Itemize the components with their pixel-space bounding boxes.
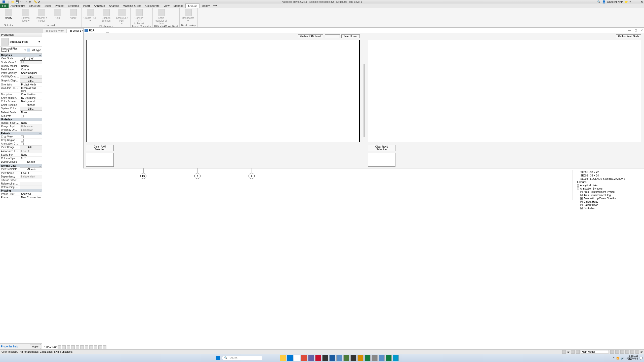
properties-header[interactable]: Properties xyxy=(0,33,42,37)
close-button[interactable]: ✕ xyxy=(641,0,643,4)
search-input[interactable] xyxy=(229,356,254,359)
tab-steel[interactable]: Steel xyxy=(43,4,53,8)
minimize-button[interactable]: — xyxy=(632,0,635,3)
pv-depth-clip[interactable]: No clip xyxy=(20,160,42,164)
collapse-icon[interactable]: − xyxy=(574,181,576,183)
pv-color-scheme[interactable]: <none> xyxy=(20,103,42,107)
pv-gfx-display[interactable]: Edit... xyxy=(20,79,42,83)
instance-name[interactable]: Structural Plan: Level 1 xyxy=(1,47,23,53)
taskbar-app-app3[interactable] xyxy=(336,355,342,361)
ram-grids-list[interactable] xyxy=(86,40,360,142)
favorite-icon[interactable]: ⭐ xyxy=(624,0,628,4)
panel-select-title[interactable]: Select ▾ xyxy=(2,24,15,27)
pv-title-sheet[interactable] xyxy=(20,178,42,182)
type-selector[interactable]: Structural Plan ▾ xyxy=(0,37,42,47)
apply-button[interactable]: Apply xyxy=(30,344,41,349)
tray-volume-icon[interactable]: 🔊 xyxy=(621,357,624,359)
taskbar-app-app4[interactable] xyxy=(343,355,349,361)
tab-analyze[interactable]: Analyze xyxy=(107,4,121,8)
show-crop-icon[interactable] xyxy=(85,345,88,349)
tree-node-analytical[interactable]: +Analytical Links xyxy=(573,184,642,187)
expand-icon[interactable]: + xyxy=(580,194,583,196)
sun-path-icon[interactable] xyxy=(67,345,70,349)
taskbar-app-settings[interactable] xyxy=(372,355,378,361)
pv-discipline[interactable]: Coordination xyxy=(20,93,42,96)
taskbar-app-autocad[interactable] xyxy=(315,355,321,361)
tab-massing[interactable]: Massing & Site xyxy=(121,4,143,8)
file-tab[interactable]: File xyxy=(0,4,9,8)
pv-crop-view[interactable] xyxy=(20,135,42,138)
tree-node-area-reinf-tag[interactable]: +Area Reinforcement Tag xyxy=(573,194,642,197)
view-scale-display[interactable]: 1/8" = 1'-0" xyxy=(44,346,57,349)
tree-node-se001[interactable]: SE001 - 30 X 42 xyxy=(573,171,642,174)
taskbar-app-edge[interactable] xyxy=(287,355,293,361)
pv-view-range[interactable]: Edit... xyxy=(20,146,42,149)
pv-wall-join[interactable]: Clean all wall joins xyxy=(20,86,42,93)
grid-bubble-1[interactable]: 1 xyxy=(249,173,255,179)
taskbar-app-teams[interactable] xyxy=(308,355,314,361)
taskbar-app-app2[interactable] xyxy=(322,355,328,361)
ribbon-overflow-icon[interactable]: ▫▫▾ xyxy=(213,4,217,7)
begin-transfer-button[interactable]: Begin transfer of data xyxy=(154,9,168,25)
restore-button[interactable]: ▢ xyxy=(637,0,639,4)
pv-range-base[interactable]: None xyxy=(20,121,42,124)
create-3d-pdf-button[interactable]: Create 3D PDF ▾ xyxy=(115,9,129,25)
pv-sun-path[interactable] xyxy=(20,114,42,118)
tab-annotate[interactable]: Annotate xyxy=(92,4,107,8)
editable-only-icon[interactable] xyxy=(571,350,575,354)
r2r-splitter[interactable] xyxy=(363,64,365,137)
tray-wifi-icon[interactable]: 📶 xyxy=(616,357,619,359)
create-pdf-button[interactable]: Create PDF ▾ xyxy=(83,9,97,22)
taskbar-app-app6[interactable] xyxy=(357,355,364,361)
tab-architecture[interactable]: Architecture xyxy=(9,4,27,8)
tree-node-centerline[interactable]: +Centerline xyxy=(573,207,642,210)
group-graphics[interactable]: Graphics xyxy=(0,54,42,57)
ram-level-input[interactable] xyxy=(325,34,340,38)
drag-elements-icon[interactable] xyxy=(630,350,634,354)
taskbar-app-app7[interactable] xyxy=(379,355,385,361)
tree-node-se002[interactable]: SE002 - 36 X 24 xyxy=(573,174,642,177)
select-underlay-icon[interactable] xyxy=(615,350,619,354)
grid-bubble-10[interactable]: 10 xyxy=(140,173,146,179)
transmit-model-button[interactable]: Transmit a model xyxy=(34,9,48,22)
gather-revit-grids-button[interactable]: Gather Revit Grids xyxy=(616,34,641,38)
dashboard-button[interactable]: Dashboard ▾ xyxy=(181,9,195,22)
group-underlay[interactable]: Underlay xyxy=(0,118,42,121)
worksets-icon[interactable] xyxy=(562,350,566,354)
ram-selection-box[interactable] xyxy=(86,153,114,167)
pv-def-analysis[interactable]: None xyxy=(20,111,42,114)
expand-icon[interactable]: + xyxy=(580,197,583,200)
convert-rfa-button[interactable]: Convert RFA to Formit xyxy=(132,9,146,25)
tree-node-callout[interactable]: +Callout Head xyxy=(573,200,642,203)
pv-phase-filter[interactable]: Show All xyxy=(20,192,42,196)
pv-parts-vis[interactable]: Show Original xyxy=(20,71,42,75)
tree-node-callout1[interactable]: +Callout Head1 xyxy=(573,203,642,207)
filter-icon[interactable] xyxy=(635,350,639,354)
detail-level-icon[interactable] xyxy=(58,345,61,349)
group-extents[interactable]: Extents xyxy=(0,132,42,135)
taskbar-app-store[interactable] xyxy=(294,355,300,361)
tab-insert[interactable]: Insert xyxy=(81,4,92,8)
pv-color-scheme-loc[interactable]: Background xyxy=(20,100,42,103)
tab-structure[interactable]: Structure xyxy=(27,4,43,8)
taskbar-app-app8[interactable] xyxy=(386,355,392,361)
tab-systems[interactable]: Systems xyxy=(66,4,81,8)
gather-ram-level-button[interactable]: Gather RAM Level xyxy=(298,34,323,38)
tab-manage[interactable]: Manage xyxy=(172,4,186,8)
qat-undo-icon[interactable]: ↶ xyxy=(20,0,23,3)
r2r-minimize-icon[interactable]: — xyxy=(628,29,631,32)
pv-phase[interactable]: New Construction xyxy=(20,196,42,199)
qat-measure-icon[interactable]: 📏 xyxy=(34,0,37,3)
pv-scope-box[interactable]: None xyxy=(20,153,42,156)
user-icon[interactable]: 👤 xyxy=(602,0,606,4)
expand-icon[interactable]: + xyxy=(577,184,579,187)
about-button[interactable]: About xyxy=(66,9,80,19)
expand-icon[interactable]: + xyxy=(580,207,583,209)
pv-view-scale[interactable]: 1/8" = 1'-0" xyxy=(20,57,42,61)
select-level-button[interactable]: Select Level xyxy=(341,34,359,38)
r2r-close-icon[interactable]: ✕ xyxy=(640,29,643,32)
help-button[interactable]: Help xyxy=(50,9,64,19)
tab-precast[interactable]: Precast xyxy=(53,4,66,8)
tree-node-se003[interactable]: SE003 - LEGENDS & ABBREVIATIONS xyxy=(573,177,642,180)
clock[interactable]: 11:15 AM 10/16/2023 xyxy=(625,355,638,361)
